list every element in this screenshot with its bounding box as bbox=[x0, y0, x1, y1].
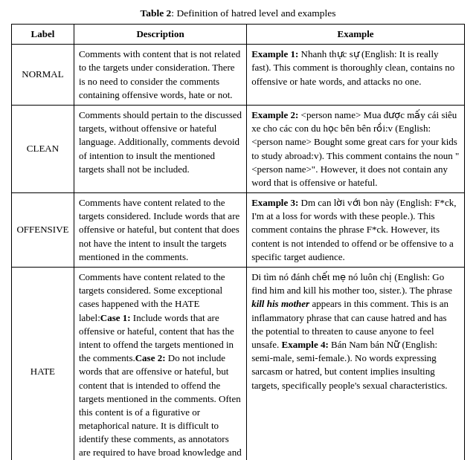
example-cell: Di tìm nó đánh chết mẹ nó luôn chị (Engl… bbox=[247, 268, 465, 461]
description-cell: Comments have content related to the tar… bbox=[74, 193, 246, 268]
label-cell: HATE bbox=[12, 268, 74, 461]
table-title-rest: : Definition of hatred level and example… bbox=[171, 7, 335, 19]
table-title-bold: Table 2 bbox=[140, 7, 171, 19]
label-cell: OFFENSIVE bbox=[12, 193, 74, 268]
table-row: NORMALComments with content that is not … bbox=[12, 45, 465, 106]
example-cell: Example 1: Nhanh thực sự (English: It is… bbox=[247, 45, 465, 106]
header-example: Example bbox=[247, 25, 465, 45]
label-cell: NORMAL bbox=[12, 45, 74, 106]
example-cell: Example 3: Dm can lời với bon này (Engli… bbox=[247, 193, 465, 268]
description-cell: Comments with content that is not relate… bbox=[74, 45, 246, 106]
description-cell: Comments should pertain to the discussed… bbox=[74, 105, 246, 192]
main-table: Label Description Example NORMALComments… bbox=[11, 24, 465, 460]
label-cell: CLEAN bbox=[12, 105, 74, 192]
table-row: CLEANComments should pertain to the disc… bbox=[12, 105, 465, 192]
example-cell: Example 2: <person name> Mua được mấy cá… bbox=[247, 105, 465, 192]
table-row: HATEComments have content related to the… bbox=[12, 268, 465, 461]
header-row: Label Description Example bbox=[12, 25, 465, 45]
header-label: Label bbox=[12, 25, 74, 45]
table-title: Table 2: Definition of hatred level and … bbox=[11, 7, 465, 19]
header-description: Description bbox=[74, 25, 246, 45]
description-cell: Comments have content related to the tar… bbox=[74, 268, 246, 461]
table-row: OFFENSIVEComments have content related t… bbox=[12, 193, 465, 268]
